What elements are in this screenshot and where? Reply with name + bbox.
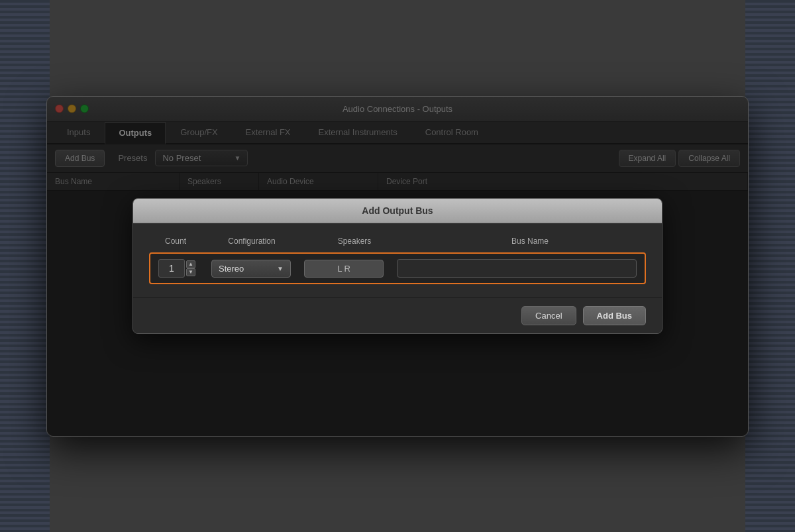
main-window: Audio Connections - Outputs Inputs Outpu… bbox=[46, 96, 749, 437]
bg-stripes-left bbox=[0, 0, 50, 532]
add-output-bus-dialog: Add Output Bus Count Configuration Speak… bbox=[132, 198, 662, 334]
main-content: Add Bus Presets No Preset ▼ Expand All C… bbox=[47, 144, 748, 436]
count-increment-button[interactable]: ▲ bbox=[186, 260, 195, 268]
dialog-title: Add Output Bus bbox=[133, 199, 662, 223]
configuration-value: Stereo bbox=[219, 264, 244, 274]
dialog-body: Count Configuration Speakers Bus Name 1 … bbox=[133, 223, 662, 297]
count-decrement-button[interactable]: ▼ bbox=[186, 268, 195, 276]
dialog-footer: Cancel Add Bus bbox=[133, 297, 662, 333]
configuration-dropdown-arrow-icon: ▼ bbox=[277, 265, 284, 272]
dialog-col-count-header: Count bbox=[149, 237, 202, 246]
dialog-col-speakers-header: Speakers bbox=[308, 237, 401, 246]
bus-name-input[interactable] bbox=[397, 259, 637, 278]
count-field-group: 1 ▲ ▼ bbox=[158, 259, 195, 278]
configuration-dropdown[interactable]: Stereo ▼ bbox=[211, 260, 291, 278]
dialog-overlay: Add Output Bus Count Configuration Speak… bbox=[47, 97, 748, 436]
dialog-col-busname-header: Bus Name bbox=[414, 237, 646, 246]
dialog-col-configuration-header: Configuration bbox=[209, 237, 295, 246]
count-value-display: 1 bbox=[158, 259, 185, 278]
dialog-add-bus-button[interactable]: Add Bus bbox=[583, 306, 646, 325]
count-spinner: ▲ ▼ bbox=[186, 260, 195, 276]
bg-stripes-right bbox=[745, 0, 795, 532]
speakers-display: L R bbox=[304, 260, 384, 278]
dialog-column-headers: Count Configuration Speakers Bus Name bbox=[149, 237, 646, 246]
dialog-input-row: 1 ▲ ▼ Stereo ▼ L R bbox=[149, 252, 646, 284]
cancel-button[interactable]: Cancel bbox=[521, 306, 576, 325]
